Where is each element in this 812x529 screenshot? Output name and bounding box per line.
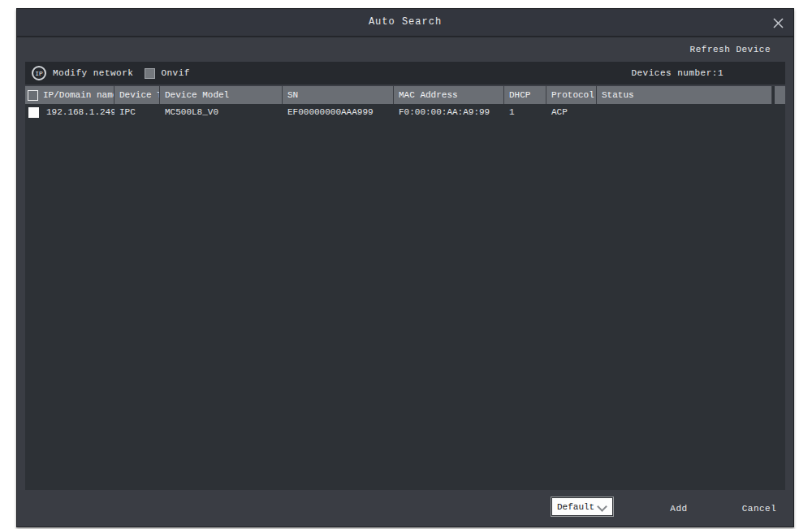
cell-text: IPC bbox=[119, 107, 136, 117]
refresh-device-button[interactable]: Refresh Device bbox=[690, 45, 785, 54]
onvif-checkbox[interactable] bbox=[145, 68, 155, 79]
column-label: IP/Domain name bbox=[43, 90, 114, 100]
toolbar: IP Modify network Onvif Devices number:1 bbox=[25, 62, 785, 85]
cell-text: ACP bbox=[551, 107, 568, 117]
cell-text: 192.168.1.249 bbox=[46, 107, 114, 117]
add-button[interactable]: Add bbox=[645, 491, 713, 527]
close-icon[interactable] bbox=[770, 15, 786, 31]
footer-bar: Default Add Cancel bbox=[17, 491, 793, 527]
column-header-dhcp[interactable]: DHCP bbox=[504, 86, 546, 104]
protocol-select[interactable]: Default bbox=[551, 497, 613, 516]
dialog-titlebar[interactable]: Auto Search bbox=[17, 9, 793, 37]
column-label: Device Model bbox=[165, 90, 229, 100]
modify-network-button[interactable]: Modify network bbox=[53, 68, 133, 78]
ip-icon-label: IP bbox=[35, 70, 43, 77]
column-header-mac-address[interactable]: MAC Address bbox=[394, 86, 504, 104]
cell-status bbox=[597, 104, 772, 120]
cell-protocol: ACP bbox=[546, 104, 597, 120]
modify-network-ip-icon[interactable]: IP bbox=[32, 66, 46, 80]
column-label: Status bbox=[602, 90, 634, 100]
column-header-status[interactable]: Status bbox=[597, 86, 772, 104]
select-all-checkbox[interactable] bbox=[28, 90, 38, 101]
column-header-protocol[interactable]: Protocol bbox=[546, 86, 597, 104]
column-label: Device Type bbox=[119, 90, 160, 100]
chevron-down-icon bbox=[597, 501, 607, 512]
column-label: MAC Address bbox=[399, 90, 458, 100]
cell-text: 1 bbox=[509, 107, 515, 117]
cell-device-model: MC500L8_V0 bbox=[160, 104, 283, 120]
devices-number-label: Devices number:1 bbox=[631, 68, 779, 78]
cell-spacer bbox=[772, 104, 784, 120]
column-label: SN bbox=[287, 90, 298, 100]
cell-text: EF00000000AAA999 bbox=[287, 107, 374, 117]
column-label: DHCP bbox=[509, 90, 530, 100]
row-checkbox[interactable] bbox=[28, 107, 39, 118]
onvif-label: Onvif bbox=[161, 68, 190, 78]
column-header-sn[interactable]: SN bbox=[283, 86, 394, 104]
column-label: Protocol bbox=[551, 90, 594, 100]
cell-text: MC500L8_V0 bbox=[165, 107, 218, 117]
cell-sn: EF00000000AAA999 bbox=[283, 104, 394, 120]
dialog-title: Auto Search bbox=[17, 9, 793, 36]
column-header-device-model[interactable]: Device Model bbox=[160, 86, 283, 104]
column-header-spacer[interactable] bbox=[775, 86, 785, 104]
table-body: 192.168.1.249IPCMC500L8_V0EF00000000AAA9… bbox=[25, 104, 785, 120]
column-header-device-type[interactable]: Device Type bbox=[114, 86, 160, 104]
table-row[interactable]: 192.168.1.249IPCMC500L8_V0EF00000000AAA9… bbox=[25, 104, 785, 120]
column-header-ip-domain-name[interactable]: IP/Domain name bbox=[25, 86, 114, 104]
table-header-row: IP/Domain nameDevice TypeDevice ModelSNM… bbox=[25, 86, 785, 104]
auto-search-dialog: Auto Search Refresh Device IP Modify net… bbox=[16, 8, 794, 527]
cell-dhcp: 1 bbox=[504, 104, 546, 120]
topbar: Refresh Device bbox=[25, 37, 785, 62]
cell-device-type: IPC bbox=[114, 104, 160, 120]
cell-text: F0:00:00:AA:A9:99 bbox=[399, 107, 490, 117]
device-table: IP/Domain nameDevice TypeDevice ModelSNM… bbox=[25, 86, 785, 490]
close-x-glyph bbox=[773, 18, 784, 28]
cell-mac-address: F0:00:00:AA:A9:99 bbox=[394, 104, 504, 120]
protocol-select-value: Default bbox=[557, 502, 594, 512]
cancel-button[interactable]: Cancel bbox=[722, 491, 797, 527]
cell-ip-domain-name: 192.168.1.249 bbox=[25, 104, 114, 120]
